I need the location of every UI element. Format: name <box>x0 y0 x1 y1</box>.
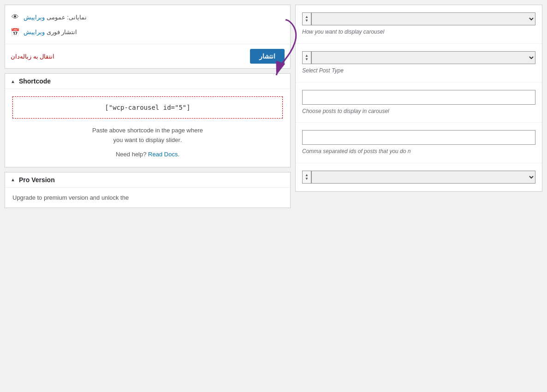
carousel-display-row: ▲ ▼ How you want to display carousel <box>296 5 542 44</box>
choose-posts-input[interactable] <box>302 90 535 105</box>
shortcode-value-box: ["wcp-carousel id="5"] <box>12 96 283 119</box>
shortcode-box: Shortcode ▲ ["wcp-carousel id="5"] Paste… <box>5 73 291 167</box>
post-type-row: ▲ ▼ Select Post Type <box>296 44 542 83</box>
right-panel: ▲ ▼ How you want to display carousel ▲ ▼ <box>295 0 547 392</box>
publish-date-text: انتشار فوری ویراییش <box>24 29 77 36</box>
date-row: انتشار فوری ویراییش 📅 <box>11 24 285 39</box>
carousel-display-select[interactable] <box>311 12 535 25</box>
post-type-spinner-down: ▼ <box>305 58 309 61</box>
post-type-desc: Select Post Type <box>302 67 535 75</box>
pro-version-toggle[interactable]: ▲ <box>11 177 15 182</box>
pro-version-desc: Upgrade to premium version and unlock th… <box>12 193 283 202</box>
read-docs-link[interactable]: Read Docs <box>148 151 178 158</box>
exclude-posts-desc: Comma separated ids of posts that you do… <box>302 148 535 155</box>
carousel-display-desc: How you want to display carousel <box>302 28 535 36</box>
read-docs-text: .Need help? Read Docs <box>12 151 283 158</box>
pro-version-header: Pro Version ▲ <box>5 172 290 188</box>
exclude-posts-input[interactable] <box>302 130 535 145</box>
post-type-spinner[interactable]: ▲ ▼ <box>302 51 311 64</box>
calendar-icon: 📅 <box>11 27 20 36</box>
choose-posts-desc: Choose posts to display in carousel <box>302 107 535 115</box>
post-type-select[interactable] <box>311 51 535 64</box>
carousel-display-spinner[interactable]: ▲ ▼ <box>302 12 311 25</box>
shortcode-header: Shortcode ▲ <box>5 74 290 89</box>
carousel-display-select-wrapper: ▲ ▼ <box>302 12 535 25</box>
shortcode-value: ["wcp-carousel id="5"] <box>105 104 190 111</box>
settings-card: ▲ ▼ How you want to display carousel ▲ ▼ <box>295 5 542 192</box>
post-type-select-wrapper: ▲ ▼ <box>302 51 535 64</box>
bottom-spinner[interactable]: ▲ ▼ <box>302 171 311 184</box>
eye-icon: 👁 <box>11 12 20 22</box>
shortcode-content: ["wcp-carousel id="5"] Paste above short… <box>5 89 290 167</box>
visibility-row: نمایانی: عمومی ویراییش 👁 <box>11 10 285 24</box>
choose-posts-row: Choose posts to display in carousel <box>296 83 542 123</box>
visibility-edit-link[interactable]: ویراییش <box>24 14 45 21</box>
publish-date-edit-link[interactable]: ویراییش <box>24 29 45 36</box>
publish-meta: نمایانی: عمومی ویراییش 👁 انتشار فوری ویر… <box>5 5 290 44</box>
spinner-down-icon: ▼ <box>305 19 309 23</box>
bottom-spinner-row: ▲ ▼ <box>296 163 542 191</box>
bottom-select-wrapper: ▲ ▼ <box>302 171 535 184</box>
trash-link[interactable]: انتقال به زباله‌دان <box>11 53 54 60</box>
pro-version-title: Pro Version <box>19 176 55 184</box>
shortcode-title: Shortcode <box>19 77 51 85</box>
publish-button[interactable]: انتشار <box>250 49 285 64</box>
pro-version-content: Upgrade to premium version and unlock th… <box>5 188 290 208</box>
publish-box: نمایانی: عمومی ویراییش 👁 انتشار فوری ویر… <box>5 5 291 69</box>
bottom-select[interactable] <box>311 171 535 184</box>
exclude-posts-row: Comma separated ids of posts that you do… <box>296 123 542 163</box>
shortcode-desc-line1: Paste above shortcode in the page where … <box>12 126 283 145</box>
visibility-text: نمایانی: عمومی ویراییش <box>24 14 87 21</box>
publish-actions: انتشار انتقال به زباله‌دان <box>5 44 290 68</box>
bottom-spinner-down: ▼ <box>305 177 309 181</box>
pro-version-box: Pro Version ▲ Upgrade to premium version… <box>5 172 291 208</box>
shortcode-toggle-arrow[interactable]: ▲ <box>11 79 15 84</box>
